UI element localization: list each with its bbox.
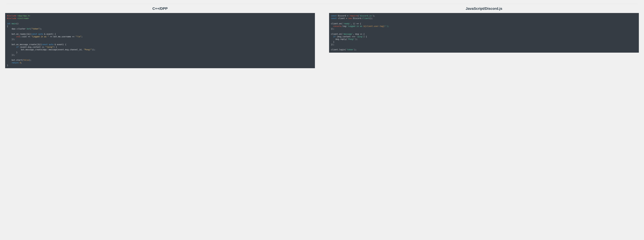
code-token: & (54, 43, 57, 46)
code-token: <dpp/dpp.h> (18, 15, 30, 17)
code-token: cout (22, 35, 28, 38)
code-token: client. (331, 48, 339, 51)
code-token: msg. (336, 38, 340, 40)
code-token (12, 51, 16, 53)
code-token: on (339, 33, 341, 35)
code-token: Logged in as (348, 25, 363, 27)
code-token: false (23, 59, 29, 61)
code-token: bot. (21, 48, 26, 51)
code-token: ); (29, 59, 32, 61)
code-token: "Logged in as " (32, 35, 49, 38)
code-token: if (16, 46, 18, 48)
code-token: (); (369, 17, 373, 19)
code-token: & (44, 33, 46, 35)
code-token (7, 35, 12, 38)
code-token: on (339, 22, 341, 25)
code-token: bot (27, 28, 30, 30)
code-token: bot. (12, 33, 16, 35)
code-token: message_create (26, 48, 42, 51)
code-token: #include (7, 15, 16, 17)
code-token: client (337, 17, 346, 19)
code-token: ; (82, 35, 82, 38)
code-token: auto (37, 33, 44, 35)
code-token: ( (341, 33, 342, 35)
code-token: "Pong!" (84, 48, 92, 51)
code-token: login (339, 48, 345, 51)
code-js: const Discord = require('discord.js'); c… (329, 13, 639, 53)
comparison-columns: C++/DPP #include <dpp/dpp.h> #include <i… (5, 6, 639, 68)
code-token: ) { (52, 33, 56, 35)
code-token: ); (40, 28, 42, 30)
code-token: ( (42, 48, 43, 51)
code-token (12, 46, 16, 48)
code-token: }); (12, 54, 15, 56)
code-token: 'ping' (356, 35, 364, 38)
code-token: 'discord.js' (359, 15, 373, 17)
code-token: client.user.tag (366, 25, 383, 27)
code-token: ([&]( (36, 43, 42, 46)
code-token: dpp (43, 48, 46, 51)
code-token (7, 59, 12, 61)
code-token: (` (346, 25, 348, 27)
code-token: , (351, 22, 353, 25)
code-token: dpp (12, 28, 15, 30)
code-token: std (16, 35, 20, 38)
code-token: ) { (54, 46, 57, 48)
code-token: client. (331, 33, 339, 35)
code-cpp: #include <dpp/dpp.h> #include <iostream>… (5, 13, 315, 68)
code-token: :: (20, 35, 22, 38)
code-token: ) { (364, 35, 367, 38)
code-token (7, 46, 12, 48)
column-title-js: JavaScript/Discord.js (329, 6, 639, 11)
code-token: Discord. (352, 17, 362, 19)
code-token (7, 48, 12, 51)
code-token: ); (355, 38, 358, 40)
code-token: () (16, 22, 18, 25)
code-token: )); (92, 48, 95, 51)
code-token: int (7, 22, 10, 25)
code-token: , (82, 48, 84, 51)
code-token (7, 51, 12, 53)
code-token: 'Pong!' (347, 38, 355, 40)
code-token: const (331, 15, 337, 17)
code-token: bot.me.username (54, 35, 71, 38)
code-token: . (341, 25, 342, 27)
code-token: << (28, 35, 32, 38)
code-token: == (42, 46, 45, 48)
code-token: event (57, 43, 63, 46)
code-token: bot. (12, 43, 16, 46)
code-token: <iostream> (18, 17, 29, 19)
code-token: event.msg.content (21, 46, 42, 48)
code-token: === (352, 35, 356, 38)
code-token: ) { (63, 43, 66, 46)
code-token: new (348, 17, 352, 19)
code-token (7, 43, 12, 46)
code-token: ([&]( (26, 33, 32, 35)
code-token: const (331, 17, 337, 19)
code-token: log (342, 25, 346, 27)
horizontal-rule (6, 4, 638, 4)
code-token: :: (46, 48, 49, 51)
code-token: 'message' (342, 33, 353, 35)
code-token: ( (358, 15, 359, 17)
code-token: require (350, 15, 358, 17)
code-token: } (7, 64, 8, 66)
code-token: auto (48, 43, 54, 46)
code-token: event (46, 33, 52, 35)
code-token: ${ (364, 25, 366, 27)
code-token: "!ping" (45, 46, 54, 48)
code-token: ( (30, 28, 32, 30)
code-token: if (333, 35, 336, 38)
code-token: const (32, 33, 37, 35)
code-token: }); (331, 28, 334, 30)
code-token: 0 (18, 62, 21, 64)
code-token: ; (21, 62, 22, 64)
code-token: 'ready' (342, 22, 350, 25)
code-token: on_ready (16, 33, 26, 35)
code-token: return (12, 62, 18, 64)
code-token: reply (340, 38, 346, 40)
code-token: ); (354, 48, 356, 51)
code-token: #include (7, 17, 16, 19)
column-title-cpp: C++/DPP (5, 6, 315, 11)
code-token: "!\n" (76, 35, 82, 38)
